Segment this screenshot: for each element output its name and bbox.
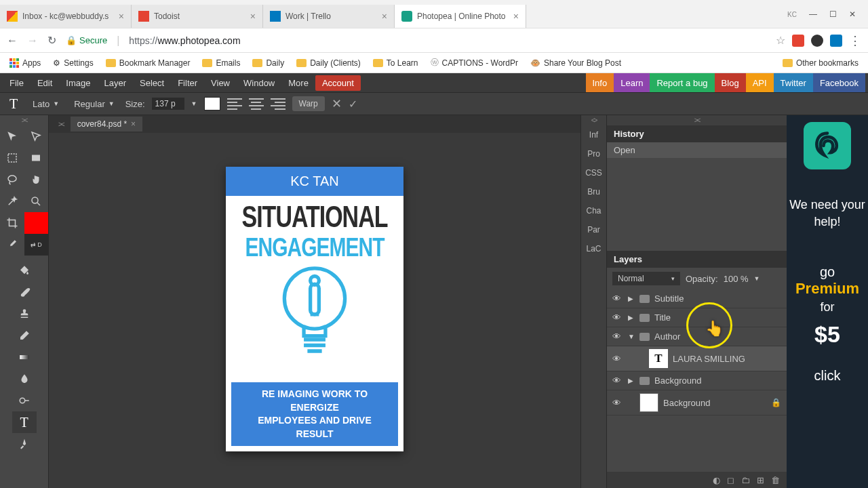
link-learn[interactable]: Learn [614,73,650,92]
document-tab[interactable]: cover84.psd * × [71,117,142,131]
move-tool[interactable] [0,125,24,147]
layer-text-laura[interactable]: 👁 T LAURA SMILLING [607,346,787,371]
extension-icon[interactable] [811,35,823,47]
panel-handle[interactable]: <> [581,115,606,125]
blend-mode-select[interactable]: Normal ▾ [612,272,680,285]
visibility-icon[interactable]: 👁 [612,293,623,304]
warp-button[interactable]: Warp [292,96,325,111]
close-icon[interactable]: × [119,11,124,22]
menu-layer[interactable]: Layer [98,75,134,91]
canvas-stage[interactable]: KC TAN SITUATIONAL ENGAGEMENT [49,133,580,488]
visibility-icon[interactable]: 👁 [612,375,623,386]
link-blog[interactable]: Blog [715,73,746,92]
expand-icon[interactable]: ▶ [628,377,635,384]
collapse-icon[interactable]: ▼ [628,333,635,340]
forward-button[interactable]: → [27,35,38,47]
eyedropper-tool[interactable] [0,234,24,256]
extension-icon[interactable] [830,35,842,47]
marquee-tool[interactable] [0,147,24,169]
eraser-tool[interactable] [12,325,37,346]
close-icon[interactable]: × [250,11,256,22]
new-layer-icon[interactable]: ⊞ [757,475,764,485]
align-center-button[interactable] [249,96,264,111]
trash-icon[interactable]: 🗑 [771,475,780,485]
bookmark-item[interactable]: ⓦCAPTIONS - WordPr [427,55,522,70]
menu-account[interactable]: Account [315,75,361,91]
panel-handle[interactable]: >< [52,121,71,128]
blur-tool[interactable] [12,368,37,390]
layers-panel-header[interactable]: Layers [607,251,787,268]
menu-filter[interactable]: Filter [171,75,204,91]
tab-par[interactable]: Par [581,220,606,239]
font-weight-select[interactable]: Regular ▼ [70,98,118,110]
visibility-icon[interactable]: 👁 [612,312,623,323]
commit-icon[interactable]: ✓ [349,98,357,110]
opacity-value[interactable]: 100 % [724,274,749,284]
minimize-icon[interactable]: — [809,9,817,19]
menu-view[interactable]: View [204,75,237,91]
browser-tab-photopea[interactable]: Photopea | Online Photo × [395,5,526,28]
browser-tab-inbox[interactable]: Inbox - kc@webbuddy.s × [0,5,132,28]
half-circle-icon[interactable]: ◐ [713,475,720,485]
foreground-red[interactable] [24,212,49,234]
bookmark-folder[interactable]: Daily [248,56,288,70]
tab-pro[interactable]: Pro [581,144,606,163]
history-item[interactable]: Open [607,142,787,158]
menu-window[interactable]: Window [237,75,281,91]
bookmark-folder[interactable]: To Learn [369,56,422,70]
rect-tool[interactable] [24,147,49,169]
link-info[interactable]: Info [586,73,614,92]
crop-tool[interactable] [0,212,24,234]
star-icon[interactable]: ☆ [776,34,785,47]
mask-icon[interactable]: ◻ [727,475,734,485]
stamp-tool[interactable] [12,303,37,325]
browser-tab-trello[interactable]: Work | Trello × [263,5,395,28]
layer-folder-author[interactable]: 👁 ▼ Author [607,327,787,346]
menu-file[interactable]: File [3,75,31,91]
lasso-tool[interactable] [0,169,24,190]
extension-icon[interactable] [792,35,804,47]
type-tool[interactable]: T [12,411,37,433]
panel-handle[interactable]: >< [0,115,48,125]
font-size-input[interactable]: 137 p [152,98,184,110]
hand-tool[interactable] [24,169,49,190]
close-icon[interactable]: × [513,11,519,22]
layer-background[interactable]: 👁 Background 🔒 [607,390,787,415]
bookmark-folder[interactable]: Bookmark Manager [102,56,195,70]
menu-icon[interactable]: ⋮ [849,33,861,48]
bucket-tool[interactable] [12,260,37,281]
cancel-icon[interactable]: ✕ [332,96,342,111]
select-tool[interactable] [24,125,49,147]
align-left-button[interactable] [227,96,242,111]
history-panel-header[interactable]: History [607,125,787,142]
align-right-button[interactable] [271,96,285,111]
brush-tool[interactable] [12,281,37,303]
tab-cha[interactable]: Cha [581,201,606,220]
tab-lac[interactable]: LaC [581,239,606,258]
swap-colors[interactable]: ⇄ D [24,234,49,256]
expand-icon[interactable]: ▶ [628,314,635,321]
link-api[interactable]: API [746,73,774,92]
link-twitter[interactable]: Twitter [774,73,813,92]
bookmark-item[interactable]: 🐵Share Your Blog Post [526,56,625,70]
other-bookmarks[interactable]: Other bookmarks [778,56,863,70]
maximize-icon[interactable]: ☐ [829,9,837,19]
settings-bookmark[interactable]: ⚙Settings [49,56,97,70]
layer-folder-subtitle[interactable]: 👁 ▶ Subtitle [607,289,787,308]
lock-icon[interactable]: 🔒 [771,398,781,407]
link-facebook[interactable]: Facebook [813,73,865,92]
menu-image[interactable]: Image [59,75,97,91]
secure-indicator[interactable]: 🔒 Secure [66,35,107,45]
browser-tab-todoist[interactable]: Todoist × [132,5,263,28]
close-icon[interactable]: × [382,11,387,22]
close-icon[interactable]: × [131,119,136,129]
back-button[interactable]: ← [7,35,18,47]
apps-button[interactable]: Apps [5,56,45,70]
wand-tool[interactable] [0,190,24,212]
visibility-icon[interactable]: 👁 [612,331,623,342]
menu-edit[interactable]: Edit [31,75,59,91]
reload-button[interactable]: ↻ [47,34,56,47]
layer-folder-background[interactable]: 👁 ▶ Background [607,371,787,390]
menu-select[interactable]: Select [133,75,171,91]
expand-icon[interactable]: ▶ [628,295,635,302]
